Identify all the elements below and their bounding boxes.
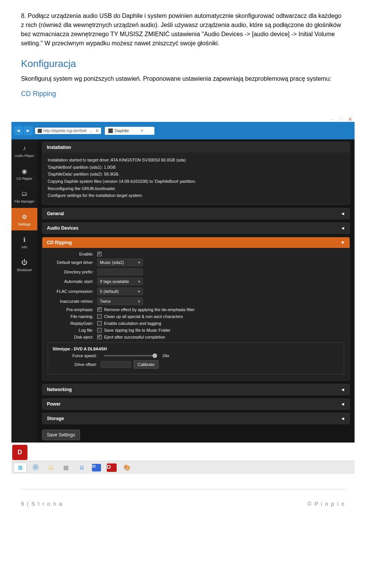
panel-title: Networking <box>47 387 72 392</box>
prefix-input[interactable] <box>97 268 143 275</box>
collapse-left-icon: ◄ <box>340 416 345 421</box>
daphile-taskbar-icon[interactable]: D <box>105 463 118 473</box>
settings-content: Installation Installation started to tar… <box>37 139 355 443</box>
search-split: ⌄ <box>88 129 94 133</box>
info-icon: ℹ <box>19 235 30 244</box>
paint-icon[interactable]: 🎨 <box>120 463 133 473</box>
expand-down-icon: ▼ <box>340 240 345 245</box>
mail-icon[interactable]: ✉ <box>90 463 103 473</box>
start-button[interactable]: ⊞ <box>14 463 27 473</box>
flac-label: FLAC compression: <box>48 289 97 294</box>
sidebar-label: Audio Player <box>14 154 34 158</box>
forcespeed-slider[interactable] <box>104 355 157 356</box>
refresh-icon[interactable]: ↻ <box>96 129 99 133</box>
sidebar-label: Settings <box>18 222 31 226</box>
power-icon: ⏻ <box>19 258 30 267</box>
panel-title: Power <box>47 401 61 407</box>
sidebar-item-file-manager[interactable]: 🗂 File Manager <box>11 185 37 208</box>
panel-head-cdripping[interactable]: CD Ripping ▼ <box>42 237 350 248</box>
footer-left: 9 | S t r o n a <box>21 501 63 507</box>
ie-icon[interactable]: ⓔ <box>29 463 42 473</box>
filenaming-checkbox[interactable] <box>97 314 102 319</box>
panel-power[interactable]: Power ◄ <box>42 398 350 410</box>
maximize-icon[interactable]: ▢ <box>339 117 343 122</box>
heading-cdripping: CD Ripping <box>21 89 345 99</box>
close-icon[interactable]: ✕ <box>348 117 352 122</box>
tab-title: Daphile <box>115 128 129 133</box>
panel-head-installation[interactable]: Installation <box>42 142 350 153</box>
sidebar-item-info[interactable]: ℹ Info <box>11 231 37 254</box>
panel-audio-devices[interactable]: Audio Devices ◄ <box>42 222 350 234</box>
address-bar[interactable]: ⬛ http://daphile./cgi-bin/Sett ⌄ ↻ <box>35 128 101 134</box>
row-preemphasis: Pre-emphasis: Remove effect by applying … <box>48 307 344 312</box>
diskeject-checkbox[interactable] <box>97 335 102 339</box>
row-prefix: Directory prefix: <box>48 268 344 275</box>
retries-select[interactable]: Twice <box>97 297 143 305</box>
sidebar-label: CD Ripper <box>16 177 32 181</box>
row-enable: Enable: <box>48 252 344 256</box>
logfile-checkbox[interactable] <box>97 328 102 332</box>
autostart-select[interactable]: If tags available <box>97 278 143 285</box>
autostart-label: Automatic start: <box>48 279 97 284</box>
retries-label: Inaccurate retries: <box>48 299 97 304</box>
collapse-left-icon: ◄ <box>340 225 345 231</box>
sidebar-item-settings[interactable]: ⚙ Settings <box>11 208 37 231</box>
calibrate-button[interactable]: Calibrate <box>133 360 159 369</box>
collapse-left-icon: ◄ <box>340 387 345 392</box>
screenshot: — ▢ ✕ ◄ ► ⬛ http://daphile./cgi-bin/Sett… <box>11 114 355 443</box>
install-line: Copying Daphile system files (version 14… <box>48 178 344 185</box>
driveoffset-input[interactable] <box>101 361 131 368</box>
site-icon: ⬛ <box>37 129 42 133</box>
flac-select[interactable]: 5 (default) <box>97 288 143 295</box>
taskbar: ⊞ ⓔ 🗂 ▦ 🖥 ✉ D 🎨 <box>11 461 355 474</box>
logfile-label: Log file: <box>48 328 97 332</box>
forcespeed-value: 24x <box>162 353 169 358</box>
panel-networking[interactable]: Networking ◄ <box>42 384 350 395</box>
collapse-left-icon: ◄ <box>340 211 345 216</box>
disc-icon: ◉ <box>19 166 30 176</box>
app-icon[interactable]: ▦ <box>59 463 72 473</box>
sidebar-label: Info <box>21 245 27 249</box>
panel-general[interactable]: General ◄ <box>42 208 350 219</box>
sidebar: ♪ Audio Player ◉ CD Ripper 🗂 File Manage… <box>11 139 37 443</box>
row-flac: FLAC compression: 5 (default) <box>48 288 344 295</box>
preemphasis-label: Pre-emphasis: <box>48 307 97 312</box>
save-settings-button[interactable]: Save Settings <box>42 430 80 440</box>
minimize-icon[interactable]: — <box>329 117 334 122</box>
installation-log: Installation started to target drive: AT… <box>42 153 350 205</box>
back-button[interactable]: ◄ <box>14 126 23 135</box>
enable-label: Enable: <box>48 252 97 256</box>
hifi-logo: D <box>12 445 27 460</box>
footer-right: © P i o p i o <box>308 501 345 507</box>
cdripping-body: Enable: Default target drive: Music (sda… <box>42 248 350 380</box>
browser-tab[interactable]: ⬛ Daphile ✕ <box>105 127 154 135</box>
drive-fieldset: Slimtype - DVD A DL8A4SH Force speed: 24… <box>48 342 344 374</box>
tab-close-icon[interactable]: ✕ <box>140 128 144 133</box>
filenaming-label: File naming: <box>48 314 97 319</box>
preemphasis-checkbox[interactable] <box>97 307 102 312</box>
sidebar-item-cd-ripper[interactable]: ◉ CD Ripper <box>11 162 37 185</box>
sidebar-item-audio-player[interactable]: ♪ Audio Player <box>11 139 37 162</box>
hifi-logo-letter: D <box>18 449 22 456</box>
row-filenaming: File naming: Clean up all special & non … <box>48 314 344 319</box>
panel-title: Storage <box>47 416 64 421</box>
sidebar-label: File Manager <box>14 200 35 203</box>
app-icon-2[interactable]: 🖥 <box>75 463 88 473</box>
explorer-icon[interactable]: 🗂 <box>44 463 57 473</box>
enable-checkbox[interactable] <box>97 252 102 256</box>
sidebar-item-shutdown[interactable]: ⏻ Shutdown <box>11 254 37 276</box>
drive-legend: Slimtype - DVD A DL8A4SH <box>51 347 108 351</box>
panel-storage[interactable]: Storage ◄ <box>42 413 350 424</box>
panel-title: CD Ripping <box>47 240 72 245</box>
driveoffset-label: Drive offset: <box>51 362 101 367</box>
forward-button[interactable]: ► <box>24 126 33 135</box>
replaygain-text: Enable calculation and tagging <box>104 321 161 326</box>
preemphasis-text: Remove effect by applying the de-emphasi… <box>104 307 195 312</box>
install-line: Configure settings for the installation … <box>48 192 344 199</box>
replaygain-checkbox[interactable] <box>97 321 102 326</box>
target-select[interactable]: Music (sda2) <box>97 259 143 266</box>
panel-installation: Installation Installation started to tar… <box>42 142 350 205</box>
slider-knob[interactable] <box>152 353 157 358</box>
panel-title: Audio Devices <box>47 225 79 231</box>
row-diskeject: Disk eject: Eject after successful compl… <box>48 335 344 339</box>
